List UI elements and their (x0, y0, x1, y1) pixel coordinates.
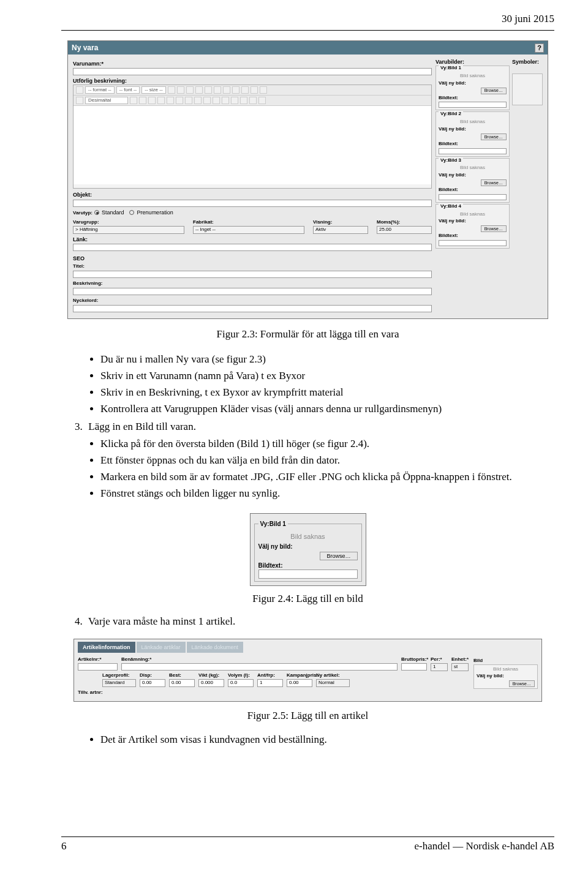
toolbar-btn[interactable] (223, 86, 230, 94)
toolbar-btn[interactable] (241, 86, 249, 94)
beskriv-input[interactable] (73, 288, 432, 295)
toolbar-btn[interactable] (251, 86, 258, 94)
format-select[interactable]: -- format -- (85, 86, 115, 94)
browse-button[interactable]: Browse… (481, 133, 507, 140)
benamning-input[interactable] (121, 663, 398, 671)
artikelnr-label: Artikelnr:* (78, 656, 118, 663)
bildtext-input[interactable] (439, 240, 507, 246)
varutyp-label: Varutyp: (73, 210, 92, 216)
nyartikel-select[interactable]: Normal (316, 679, 350, 687)
toolbar-btn[interactable] (167, 97, 174, 104)
font-select[interactable]: -- font -- (116, 86, 140, 94)
underline-icon[interactable] (186, 86, 194, 94)
fabrikat-select[interactable]: -- Inget -- (193, 226, 304, 234)
vy-bild-2: Vy:Bild 2 Bild saknas Välj ny bild: Brow… (435, 111, 510, 156)
vikt-input[interactable]: 0.000 (198, 679, 224, 687)
help-icon[interactable]: ? (535, 43, 544, 53)
toolbar-btn[interactable] (139, 97, 146, 104)
toolbar-btn[interactable] (260, 86, 267, 94)
toolbar-btn[interactable] (213, 97, 220, 104)
tillv-label: Tillv. artnr: (78, 690, 469, 696)
bullet: Det är Artikel som visas i kundvagnen vi… (100, 733, 554, 747)
bullet: Kontrollera att Varugruppen Kläder visas… (100, 402, 554, 416)
visning-select[interactable]: Aktiv (313, 226, 368, 234)
toolbar-btn[interactable] (258, 97, 266, 104)
vy-bild-4: Vy:Bild 4 Bild saknas Välj ny bild: Brow… (435, 204, 510, 249)
toolbar-btn[interactable] (157, 97, 165, 104)
bold-icon[interactable] (168, 86, 175, 94)
toolbar-btn[interactable] (195, 86, 203, 94)
enhet-input[interactable]: st (451, 663, 469, 671)
prenumeration-radio[interactable] (129, 210, 134, 215)
editor-toolbar-2: Desimaltal (74, 96, 431, 106)
artikelnr-input[interactable] (78, 663, 118, 671)
toolbar-btn[interactable] (232, 86, 239, 94)
italic-icon[interactable] (177, 86, 184, 94)
moms-select[interactable]: 25.00 (377, 226, 432, 234)
step-number: 3. (75, 420, 86, 434)
volym-input[interactable]: 0.0 (228, 679, 254, 687)
titel-input[interactable] (73, 271, 432, 278)
bildtext-input[interactable] (439, 102, 507, 108)
browse-button[interactable]: Browse… (320, 552, 357, 560)
toolbar-btn[interactable] (76, 86, 83, 94)
symboler-label: Symboler: (512, 59, 539, 65)
valj-label: Välj ny bild: (439, 126, 466, 133)
valj-label: Välj ny bild: (439, 172, 466, 179)
toolbar-btn[interactable] (185, 97, 192, 104)
bildtext-label: Bildtext: (258, 562, 358, 570)
size-select[interactable]: -- size -- (141, 86, 165, 94)
toolbar-btn[interactable] (176, 97, 183, 104)
tab-lankade-artiklar[interactable]: Länkade artiklar (137, 642, 186, 653)
toolbar-btn[interactable] (249, 97, 257, 104)
editor-area[interactable] (74, 106, 431, 184)
nyckelord-input[interactable] (73, 305, 432, 312)
disp-input[interactable]: 0.00 (140, 679, 165, 687)
beskriv-label: Beskrivning: (73, 280, 102, 286)
tab-lankade-dokument[interactable]: Länkade dokument (187, 642, 244, 653)
bruttopris-input[interactable] (401, 663, 427, 671)
toolbar-btn[interactable] (76, 97, 83, 104)
antfrp-input[interactable]: 1 (257, 679, 283, 687)
per-label: Per:* (431, 656, 448, 663)
toolbar-btn[interactable] (240, 97, 247, 104)
toolbar-btn[interactable] (203, 97, 211, 104)
browse-button[interactable]: Browse… (481, 225, 507, 232)
toolbar-btn[interactable] (231, 97, 238, 104)
toolbar-btn[interactable] (205, 86, 212, 94)
benamning-label: Benämning:* (121, 656, 398, 663)
bild-saknas: Bild saknas (477, 666, 535, 673)
bildtext-input[interactable] (258, 569, 358, 579)
bild-saknas: Bild saknas (439, 165, 507, 171)
best-input[interactable]: 0.00 (169, 679, 195, 687)
toolbar-btn[interactable] (130, 97, 137, 104)
step-4: 4. Varje vara måste ha minst 1 artikel. (75, 615, 554, 629)
valj-label: Välj ny bild: (439, 80, 466, 87)
enhet-label: Enhet:* (451, 656, 469, 663)
vy-legend: Vy:Bild 4 (439, 203, 463, 209)
lagerprofil-label: Lagerprofil: (102, 672, 136, 679)
bildtext-input[interactable] (439, 194, 507, 200)
richtext-editor[interactable]: -- format -- -- font -- -- size -- (73, 85, 432, 189)
toolbar-btn[interactable] (148, 97, 156, 104)
browse-button[interactable]: Browse… (509, 680, 535, 687)
objekt-input[interactable] (73, 200, 432, 207)
toolbar-btn[interactable] (222, 97, 229, 104)
toolbar-btn[interactable] (194, 97, 202, 104)
symboler-box (512, 73, 543, 105)
kampanjpris-input[interactable]: 0.00 (287, 679, 312, 687)
standard-radio[interactable] (94, 210, 99, 215)
decimal-select[interactable]: Desimaltal (85, 97, 128, 104)
varugrupp-select[interactable]: > Häftning (73, 226, 184, 234)
browse-button[interactable]: Browse… (481, 179, 507, 186)
varunamn-input[interactable] (73, 68, 432, 75)
per-input[interactable]: 1 (431, 663, 448, 671)
browse-button[interactable]: Browse… (481, 88, 507, 94)
bildtext-input[interactable] (439, 148, 507, 154)
toolbar-btn[interactable] (214, 86, 221, 94)
moms-label: Moms(%): (377, 219, 400, 225)
tab-artikelinfo[interactable]: Artikelinformation (78, 642, 135, 653)
lagerprofil-select[interactable]: Standard (102, 679, 136, 687)
lank-input[interactable] (73, 244, 432, 251)
page-footer: 6 e-handel — Nordisk e-handel AB (61, 836, 554, 854)
